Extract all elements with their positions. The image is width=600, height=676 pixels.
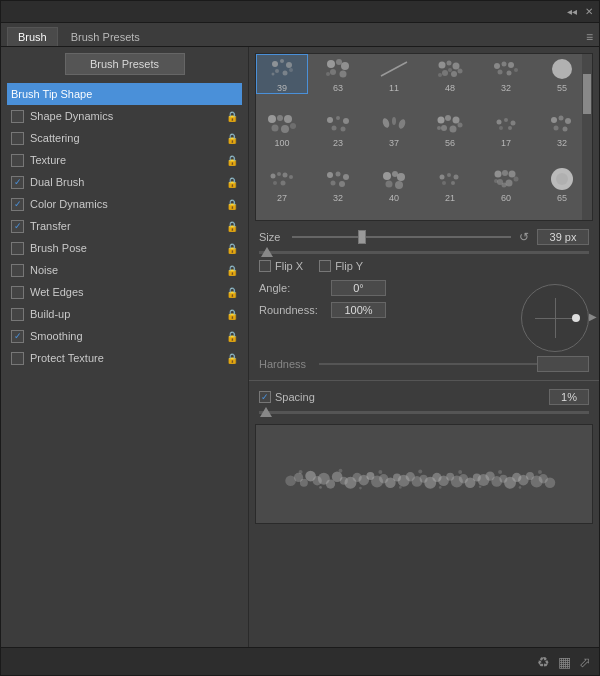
svg-point-137 <box>419 469 423 473</box>
sidebar-item-brush-tip-shape[interactable]: Brush Tip Shape <box>7 83 242 105</box>
size-full-slider-track[interactable] <box>259 251 589 254</box>
brush-cell-17[interactable]: 65 <box>536 165 588 205</box>
svg-point-60 <box>271 174 276 179</box>
brush-num-16: 60 <box>501 193 511 203</box>
brush-cell-7[interactable]: 23 <box>312 109 364 149</box>
size-slider[interactable] <box>292 229 511 245</box>
sidebar-item-color-dynamics[interactable]: Color Dynamics 🔒 <box>7 193 242 215</box>
svg-point-22 <box>494 63 500 69</box>
spacing-checkbox[interactable] <box>259 391 271 403</box>
checkbox-wet-edges[interactable] <box>11 286 24 299</box>
brush-cell-5[interactable]: 55 <box>536 54 588 94</box>
bottom-toolbar: ♻ ▦ ⬀ <box>1 647 599 675</box>
brush-cell-8[interactable]: 37 <box>368 109 420 149</box>
recycle-icon[interactable]: ♻ <box>537 654 550 670</box>
svg-point-136 <box>399 486 402 489</box>
brush-presets-button[interactable]: Brush Presets <box>65 53 185 75</box>
sidebar-item-texture[interactable]: Texture 🔒 <box>7 149 242 171</box>
size-slider-thumb[interactable] <box>358 230 366 244</box>
sidebar-item-smoothing[interactable]: Smoothing 🔒 <box>7 325 242 347</box>
hardness-slider-track[interactable] <box>319 363 537 365</box>
reset-size-icon[interactable]: ↺ <box>519 230 529 244</box>
svg-point-57 <box>565 118 571 124</box>
grid-icon[interactable]: ▦ <box>558 654 571 670</box>
tab-brush-presets[interactable]: Brush Presets <box>60 27 151 46</box>
svg-point-49 <box>437 126 441 130</box>
brush-cell-14[interactable]: 40 <box>368 165 420 205</box>
spacing-value[interactable]: 1% <box>549 389 589 405</box>
brush-icon-6 <box>267 111 297 137</box>
brush-cell-15[interactable]: 21 <box>424 165 476 205</box>
svg-point-28 <box>552 59 572 79</box>
sidebar-item-dual-brush[interactable]: Dual Brush 🔒 <box>7 171 242 193</box>
svg-point-20 <box>458 68 463 73</box>
checkbox-protect-texture[interactable] <box>11 352 24 365</box>
brush-cell-9[interactable]: 56 <box>424 109 476 149</box>
brush-num-1: 63 <box>333 83 343 93</box>
sidebar-item-transfer[interactable]: Transfer 🔒 <box>7 215 242 237</box>
brush-grid-scrollbar[interactable] <box>582 54 592 220</box>
collapse-icon[interactable]: ◂◂ <box>567 6 577 17</box>
svg-point-63 <box>289 175 293 179</box>
sidebar-item-wet-edges[interactable]: Wet Edges 🔒 <box>7 281 242 303</box>
checkbox-scattering[interactable] <box>11 132 24 145</box>
sidebar-item-brush-pose[interactable]: Brush Pose 🔒 <box>7 237 242 259</box>
brush-cell-6[interactable]: 100 <box>256 109 308 149</box>
brush-cell-2[interactable]: 11 <box>368 54 420 94</box>
scrollbar-thumb[interactable] <box>583 74 591 114</box>
roundness-value[interactable]: 100% <box>331 302 386 318</box>
preview-area <box>255 424 593 524</box>
brush-cell-10[interactable]: 17 <box>480 109 532 149</box>
close-icon[interactable]: ✕ <box>585 6 593 17</box>
sidebar-item-build-up[interactable]: Build-up 🔒 <box>7 303 242 325</box>
dial-dot[interactable] <box>572 314 580 322</box>
hardness-value-box[interactable] <box>537 356 589 372</box>
svg-point-55 <box>551 117 557 123</box>
svg-point-74 <box>386 181 393 188</box>
spacing-slider-triangle[interactable] <box>260 407 272 417</box>
brush-cell-11[interactable]: 32 <box>536 109 588 149</box>
sidebar-item-shape-dynamics[interactable]: Shape Dynamics 🔒 <box>7 105 242 127</box>
checkbox-color-dynamics[interactable] <box>11 198 24 211</box>
brush-cell-1[interactable]: 63 <box>312 54 364 94</box>
size-slider-triangle[interactable] <box>261 247 273 257</box>
tab-brush[interactable]: Brush <box>7 27 58 46</box>
export-icon[interactable]: ⬀ <box>579 654 591 670</box>
angle-value[interactable]: 0° <box>331 280 386 296</box>
checkbox-dual-brush[interactable] <box>11 176 24 189</box>
sidebar-item-protect-texture[interactable]: Protect Texture 🔒 <box>7 347 242 369</box>
brush-icon-2 <box>379 56 409 82</box>
size-value[interactable]: 39 px <box>537 229 589 245</box>
svg-point-85 <box>506 180 513 187</box>
brush-cell-4[interactable]: 32 <box>480 54 532 94</box>
svg-point-7 <box>327 60 335 68</box>
svg-point-16 <box>453 62 460 69</box>
svg-point-25 <box>498 69 503 74</box>
svg-point-6 <box>289 68 293 72</box>
brush-icon-5 <box>547 56 577 82</box>
checkbox-brush-pose[interactable] <box>11 242 24 255</box>
checkbox-smoothing[interactable] <box>11 330 24 343</box>
spacing-slider-track[interactable] <box>259 411 589 414</box>
flip-x-checkbox[interactable] <box>259 260 271 272</box>
brush-cell-3[interactable]: 48 <box>424 54 476 94</box>
svg-point-70 <box>339 181 345 187</box>
brush-icon-17 <box>547 166 577 192</box>
checkbox-transfer[interactable] <box>11 220 24 233</box>
checkbox-build-up[interactable] <box>11 308 24 321</box>
checkbox-texture[interactable] <box>11 154 24 167</box>
brush-cell-16[interactable]: 60 <box>480 165 532 205</box>
tabs-menu-icon[interactable]: ≡ <box>586 30 593 44</box>
brush-cell-12[interactable]: 27 <box>256 165 308 205</box>
flip-y-checkbox[interactable] <box>319 260 331 272</box>
checkbox-noise[interactable] <box>11 264 24 277</box>
sidebar-item-noise[interactable]: Noise 🔒 <box>7 259 242 281</box>
brush-cell-0[interactable]: 39 <box>256 54 308 94</box>
brush-icon-14 <box>379 166 409 192</box>
svg-point-1 <box>280 59 284 63</box>
checkbox-shape-dynamics[interactable] <box>11 110 24 123</box>
brush-cell-13[interactable]: 32 <box>312 165 364 205</box>
svg-point-131 <box>299 470 303 474</box>
circle-dial[interactable] <box>521 284 589 352</box>
sidebar-item-scattering[interactable]: Scattering 🔒 <box>7 127 242 149</box>
